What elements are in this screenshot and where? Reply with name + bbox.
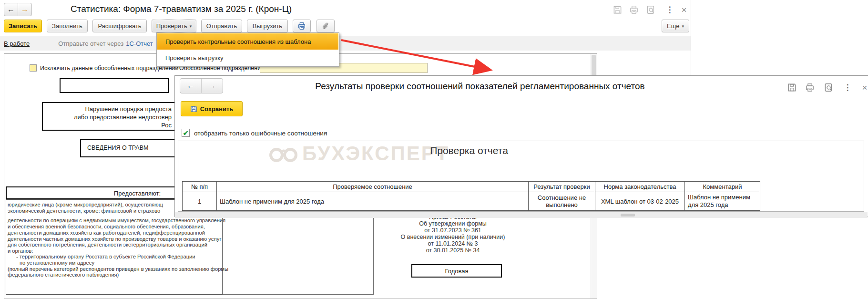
dialog-title: Результаты проверки соотношений показате… bbox=[223, 81, 737, 92]
respondents-line: деятельности по операциям с недвижимым и… bbox=[8, 217, 225, 223]
forward-button[interactable]: → bbox=[18, 3, 31, 16]
respondents-line: и обеспечения военной безопасности, соци… bbox=[8, 224, 205, 229]
form-cell-bottom-line bbox=[223, 294, 373, 295]
cell-relation: Шаблон не применим для 2025 года bbox=[217, 192, 529, 211]
app-canvas: ← → Статистика: Форма 7-травматизм за 20… bbox=[0, 0, 868, 299]
decipher-button[interactable]: Расшифровать bbox=[92, 20, 147, 32]
status-state-link[interactable]: В работе bbox=[4, 40, 30, 47]
cell-result: Соотношение не выполнено bbox=[529, 192, 595, 211]
check-dropdown-menu: Проверить контрольные соотношения из шаб… bbox=[156, 32, 339, 67]
forward-arrow-icon: → bbox=[21, 5, 29, 14]
back-button[interactable]: ← bbox=[4, 3, 18, 16]
report-title: Проверка отчета bbox=[178, 145, 760, 156]
respondents-line: юридические лица (кроме микропредприятий… bbox=[8, 202, 163, 207]
violation-line: Рос bbox=[47, 121, 172, 129]
printer-icon bbox=[297, 22, 306, 30]
exclude-divisions-checkbox[interactable] bbox=[30, 64, 37, 72]
table-header-row: № п/п Проверяемое соотношение Результат … bbox=[183, 182, 760, 192]
history-nav: ← → bbox=[4, 3, 32, 16]
floppy-icon bbox=[190, 105, 197, 113]
print-icon[interactable] bbox=[629, 4, 639, 15]
more-button[interactable]: Еще▾ bbox=[662, 20, 689, 32]
respondents-line: - территориальному органу Росстата в суб… bbox=[16, 254, 195, 259]
dialog-save-icon[interactable] bbox=[786, 82, 797, 93]
scrollbar-thumb[interactable] bbox=[592, 55, 596, 78]
provide-header-label: Предоставляют: bbox=[114, 190, 161, 197]
order-line: от 31.07.2023 № 361 bbox=[324, 227, 582, 234]
dialog-history-nav: ← → bbox=[180, 78, 223, 93]
check-results-dialog: ← → Результаты проверки соотношений пока… bbox=[174, 75, 868, 217]
save-icon[interactable] bbox=[612, 4, 623, 15]
hscrollbar-thumb[interactable] bbox=[621, 214, 635, 217]
order-block: Приказ Росстата: Об утверждении формы от… bbox=[324, 214, 582, 254]
respondents-line: деятельности частных домашних хозяйств п… bbox=[8, 236, 222, 242]
order-line: от 11.01.2024 № 3 bbox=[324, 240, 582, 247]
write-button[interactable]: Записать bbox=[4, 20, 42, 32]
status-1c-report-link[interactable]: 1С-Отчет bbox=[126, 40, 153, 47]
page-title: Статистика: Форма 7-травматизм за 2025 г… bbox=[71, 4, 292, 14]
respondents-line: для собственного потребления, деятельнос… bbox=[8, 242, 207, 247]
dialog-preview-icon[interactable] bbox=[823, 82, 834, 93]
status-bar: В работе Отправьте отчет через 1С-Отчет bbox=[0, 36, 691, 51]
respondents-line: и органов: bbox=[8, 248, 33, 254]
menu-item-check-unload[interactable]: Проверить выгрузку bbox=[157, 50, 338, 66]
send-button[interactable]: Отправить bbox=[201, 20, 242, 32]
cell-num: 1 bbox=[183, 192, 217, 211]
col-num: № п/п bbox=[183, 182, 217, 192]
attach-button[interactable] bbox=[317, 20, 335, 32]
unload-button[interactable]: Выгрузить bbox=[247, 20, 288, 32]
cell-comment: Шаблон не применим для 2025 года bbox=[685, 192, 760, 211]
back-arrow-icon: ← bbox=[187, 82, 194, 90]
dialog-kebab-menu-icon[interactable]: ⋮ bbox=[842, 82, 853, 93]
dialog-back-button[interactable]: ← bbox=[180, 79, 201, 93]
check-button[interactable]: Проверить▾ bbox=[152, 20, 196, 32]
back-arrow-icon: ← bbox=[7, 5, 15, 14]
cell-norm: XML шаблон от 03-02-2025 bbox=[595, 192, 685, 211]
connector-line bbox=[172, 68, 178, 69]
dialog-print-icon[interactable] bbox=[805, 82, 815, 93]
close-icon[interactable]: × bbox=[679, 4, 689, 15]
kebab-menu-icon[interactable]: ⋮ bbox=[664, 4, 675, 15]
respondents-line: экономической деятельности, кроме: финан… bbox=[8, 208, 160, 214]
window-edge-line bbox=[691, 0, 691, 75]
violation-line: Нарушение порядка предоста bbox=[47, 105, 172, 113]
col-norm: Норма законодательства bbox=[595, 182, 685, 192]
dialog-forward-button[interactable]: → bbox=[201, 79, 223, 93]
errors-only-label: отобразить только ошибочные соотношения bbox=[194, 130, 327, 137]
form-code-input[interactable] bbox=[60, 78, 169, 93]
fill-button[interactable]: Заполнить bbox=[47, 20, 88, 32]
respondents-line: федерального статистического наблюдения) bbox=[8, 272, 119, 278]
dialog-close-icon[interactable]: × bbox=[859, 82, 868, 93]
print-toolbar-button[interactable] bbox=[293, 20, 311, 32]
dialog-save-button[interactable]: Сохранить bbox=[181, 101, 243, 116]
violation-line: либо предоставление недостовер bbox=[47, 113, 172, 121]
forward-arrow-icon: → bbox=[208, 82, 216, 90]
status-message: Отправьте отчет через bbox=[58, 40, 123, 47]
order-line: Об утверждении формы bbox=[324, 220, 582, 227]
checkmark-icon: ✔ bbox=[183, 129, 189, 137]
menu-item-check-template[interactable]: Проверить контрольные соотношения из шаб… bbox=[157, 33, 338, 50]
traum-header-label: СВЕДЕНИЯ О ТРАВМ bbox=[87, 144, 148, 151]
paperclip-icon bbox=[322, 22, 330, 30]
order-line: от 30.01.2025 № 34 bbox=[324, 247, 582, 254]
col-comment: Комментарий bbox=[685, 182, 760, 192]
respondents-line: по установленному им адресу bbox=[20, 260, 94, 266]
preview-icon[interactable] bbox=[645, 4, 656, 15]
col-relation: Проверяемое соотношение bbox=[217, 182, 529, 192]
dialog-horizontal-scrollbar[interactable] bbox=[175, 212, 868, 218]
respondents-line: деятельности домашних хозяйств как работ… bbox=[8, 230, 205, 236]
chevron-down-icon: ▾ bbox=[190, 24, 192, 29]
errors-only-checkbox[interactable]: ✔ bbox=[182, 129, 190, 137]
order-line: О внесении изменений (при наличии) bbox=[324, 234, 582, 240]
period-box: Годовая bbox=[411, 264, 502, 278]
table-row[interactable]: 1 Шаблон не применим для 2025 года Соотн… bbox=[183, 192, 760, 211]
col-result: Результат проверки bbox=[529, 182, 595, 192]
report-panel: БУХЭКСПЕРТ Проверка отчета № п/п Проверя… bbox=[178, 141, 864, 212]
period-label: Годовая bbox=[412, 265, 501, 277]
respondents-line: (полный перечень категорий респондентов … bbox=[8, 266, 228, 272]
check-results-table: № п/п Проверяемое соотношение Результат … bbox=[182, 181, 760, 211]
chevron-down-icon: ▾ bbox=[682, 24, 684, 29]
